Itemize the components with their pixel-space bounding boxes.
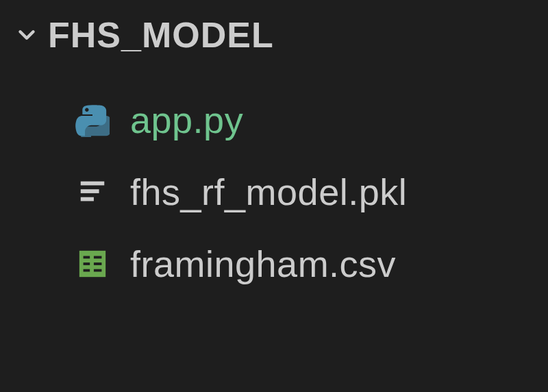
file-item-pkl[interactable]: fhs_rf_model.pkl [0, 156, 548, 228]
python-icon [74, 101, 111, 138]
svg-rect-1 [81, 189, 99, 193]
folder-header[interactable]: FHS_MODEL [0, 11, 548, 59]
file-name: framingham.csv [130, 243, 396, 285]
file-name: app.py [130, 99, 243, 141]
file-name: fhs_rf_model.pkl [130, 171, 407, 213]
svg-rect-7 [94, 262, 102, 265]
csv-icon [74, 245, 111, 282]
file-item-app-py[interactable]: app.py [0, 84, 548, 156]
svg-rect-9 [94, 269, 102, 271]
file-list: app.py fhs_rf_model.pkl framingham.csv [0, 59, 548, 299]
svg-rect-6 [84, 262, 90, 265]
chevron-down-icon [12, 21, 41, 49]
folder-name: FHS_MODEL [48, 14, 274, 56]
svg-rect-0 [81, 181, 105, 185]
svg-rect-5 [94, 256, 102, 258]
svg-rect-2 [81, 197, 94, 201]
svg-rect-8 [84, 269, 90, 271]
lines-icon [74, 173, 111, 210]
file-item-csv[interactable]: framingham.csv [0, 228, 548, 299]
svg-rect-4 [84, 256, 90, 258]
